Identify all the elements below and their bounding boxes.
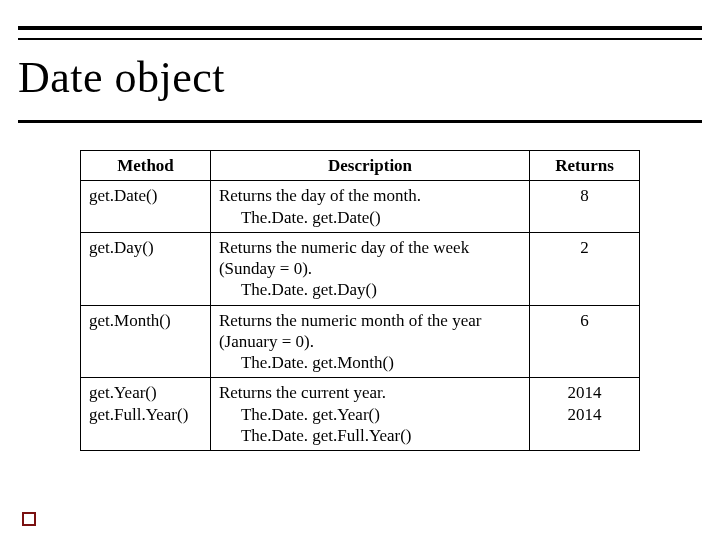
table-header-row: Method Description Returns bbox=[81, 151, 640, 181]
description-main: Returns the day of the month. bbox=[219, 185, 521, 206]
header-method: Method bbox=[81, 151, 211, 181]
method-cell: get.Day() bbox=[81, 232, 211, 305]
returns-cell: 8 bbox=[530, 181, 640, 233]
description-main: Returns the current year. bbox=[219, 382, 521, 403]
method-cell: get.Date() bbox=[81, 181, 211, 233]
description-cell: Returns the numeric month of the year (J… bbox=[210, 305, 529, 378]
top-rule bbox=[18, 26, 702, 40]
accent-square-icon bbox=[22, 512, 36, 526]
table-row: get.Month()Returns the numeric month of … bbox=[81, 305, 640, 378]
methods-table: Method Description Returns get.Date()Ret… bbox=[80, 150, 640, 451]
table-row: get.Date()Returns the day of the month.T… bbox=[81, 181, 640, 233]
description-cell: Returns the day of the month.The.Date. g… bbox=[210, 181, 529, 233]
returns-cell: 2 bbox=[530, 232, 640, 305]
description-example: The.Date. get.Year() bbox=[219, 404, 521, 425]
table-body: get.Date()Returns the day of the month.T… bbox=[81, 181, 640, 451]
description-main: Returns the numeric day of the week (Sun… bbox=[219, 237, 521, 280]
description-example: The.Date. get.Full.Year() bbox=[219, 425, 521, 446]
description-cell: Returns the numeric day of the week (Sun… bbox=[210, 232, 529, 305]
table-row: get.Day()Returns the numeric day of the … bbox=[81, 232, 640, 305]
table-row: get.Year()get.Full.Year()Returns the cur… bbox=[81, 378, 640, 451]
description-example: The.Date. get.Day() bbox=[219, 279, 521, 300]
title-rule bbox=[18, 120, 702, 123]
page-title: Date object bbox=[18, 52, 225, 103]
returns-cell: 20142014 bbox=[530, 378, 640, 451]
description-main: Returns the numeric month of the year (J… bbox=[219, 310, 521, 353]
slide: Date object Method Description Returns g… bbox=[0, 0, 720, 540]
returns-cell: 6 bbox=[530, 305, 640, 378]
method-cell: get.Month() bbox=[81, 305, 211, 378]
header-returns: Returns bbox=[530, 151, 640, 181]
header-description: Description bbox=[210, 151, 529, 181]
description-example: The.Date. get.Month() bbox=[219, 352, 521, 373]
description-example: The.Date. get.Date() bbox=[219, 207, 521, 228]
description-cell: Returns the current year.The.Date. get.Y… bbox=[210, 378, 529, 451]
method-cell: get.Year()get.Full.Year() bbox=[81, 378, 211, 451]
